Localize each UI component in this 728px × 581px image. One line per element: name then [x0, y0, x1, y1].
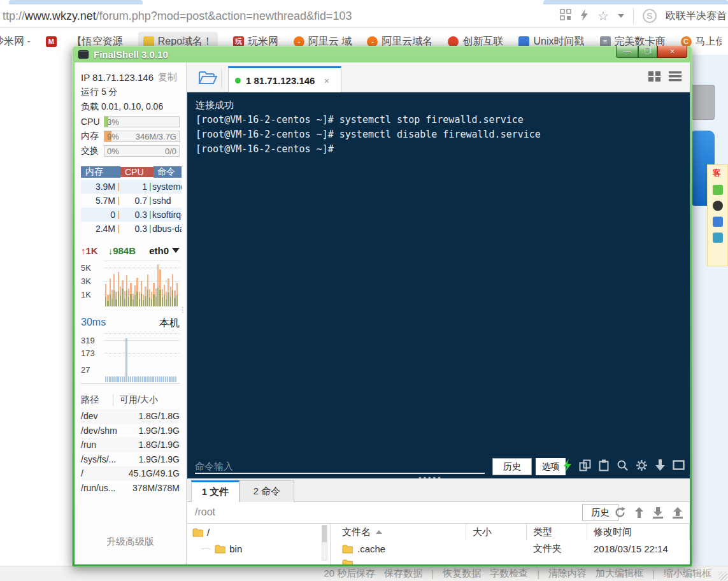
command-input[interactable]	[195, 459, 485, 474]
qr-code-icon[interactable]	[560, 9, 571, 23]
scrollbar-thumb[interactable]	[322, 526, 327, 542]
column-size[interactable]: 大小	[466, 524, 527, 540]
minimize-button[interactable]: —	[616, 46, 638, 58]
bookmark-star-icon[interactable]: ☆	[597, 8, 609, 24]
lightning-icon[interactable]	[563, 459, 572, 474]
tab-close-icon[interactable]: ×	[324, 75, 329, 86]
ping-section: 30ms 本机 319 173 27	[81, 317, 180, 384]
process-header-mem[interactable]: 内存	[81, 166, 120, 178]
sidebar-resize-handle[interactable]: ⋮	[179, 308, 186, 312]
chart-bar	[126, 263, 127, 306]
window-body: IP 81.71.123.146复制 运行 5 分 负载 0.01, 0.10,…	[75, 62, 690, 564]
maximize-button[interactable]: ❐	[638, 46, 657, 58]
file-row[interactable]: .cache 文件夹 2018/03/15 22:14	[336, 540, 690, 557]
chart-bar	[164, 263, 165, 306]
save-data-link[interactable]: 保存数据	[384, 568, 422, 580]
current-path[interactable]: /root	[195, 506, 215, 518]
process-row[interactable]: 5.7M0.7sshd	[81, 194, 182, 208]
tree-item-bin[interactable]: ┈┈ bin	[201, 543, 242, 554]
android-icon[interactable]	[713, 185, 723, 195]
chart-bar	[113, 263, 115, 306]
download-arrow-icon[interactable]	[655, 459, 666, 474]
chart-bar	[132, 334, 133, 382]
browser-tab-strip-left[interactable]	[9, 0, 143, 4]
bookmark-item[interactable]: 沙米网 -	[0, 35, 31, 48]
chevron-down-icon[interactable]	[618, 14, 624, 21]
process-header-cmd[interactable]: 命令	[153, 166, 182, 178]
session-tab[interactable]: 1 81.71.123.146 ×	[228, 66, 341, 92]
resize-grip[interactable]	[718, 571, 727, 580]
browser-address-bar[interactable]: ttp://www.wkzy.net/forum.php?mod=post&ac…	[0, 4, 728, 27]
terminal-output[interactable]: 连接成功 [root@VM-16-2-centos ~]# systemctl …	[187, 92, 690, 455]
shrink-editor-link[interactable]: 缩小编辑框	[664, 568, 711, 580]
folder-icon	[192, 528, 203, 537]
copy-icon[interactable]	[579, 459, 591, 474]
url-host: www.wkzy.net	[25, 10, 96, 22]
url-text[interactable]: ttp://www.wkzy.net/forum.php?mod=post&ac…	[0, 10, 352, 23]
tab-files[interactable]: 1 文件	[191, 480, 239, 503]
clear-content-link[interactable]: 清除内容	[548, 568, 587, 580]
gear-icon[interactable]	[636, 459, 648, 474]
upload-icon[interactable]	[672, 506, 683, 521]
browser-tab-strip-right[interactable]	[543, 0, 728, 4]
chart-bar	[105, 334, 106, 382]
window-mode-icon[interactable]	[673, 460, 685, 473]
download-icon[interactable]	[652, 506, 664, 521]
search-icon[interactable]	[617, 459, 629, 474]
parent-folder-icon[interactable]	[634, 507, 644, 521]
process-cmd: ksoftirqd/	[152, 210, 182, 220]
mem-gauge-row: 内存 9% 346M/3.7G	[75, 127, 186, 142]
tree-scrollbar[interactable]	[322, 525, 327, 561]
terminal-line: [root@VM-16-2-centos ~]# systemctl disab…	[196, 127, 690, 142]
process-row[interactable]: 3.9M1systemd	[81, 180, 182, 194]
chart-bar	[153, 263, 154, 306]
bookmark-favicon: ≡	[600, 36, 611, 47]
bookmark-item[interactable]: M	[46, 36, 57, 47]
file-toolbar-icons	[614, 506, 683, 521]
word-count-link[interactable]: 字数检查	[490, 568, 528, 580]
restore-data-link[interactable]: 恢复数据	[443, 568, 481, 580]
disk-icon[interactable]	[713, 233, 723, 243]
history-button[interactable]: 历史	[492, 458, 532, 475]
process-header-cpu[interactable]: CPU	[120, 167, 153, 177]
column-modified[interactable]: 修改时间	[587, 524, 690, 540]
column-type[interactable]: 类型	[527, 524, 587, 540]
lightning-icon[interactable]	[580, 9, 589, 24]
process-row[interactable]: 00.3ksoftirqd/	[81, 208, 182, 222]
s-logo-icon[interactable]: S	[643, 9, 657, 23]
monitor-icon[interactable]	[713, 217, 723, 227]
cpu-tick	[150, 225, 151, 233]
refresh-icon[interactable]	[614, 506, 626, 521]
chart-bar	[141, 263, 142, 306]
list-view-icon[interactable]	[668, 71, 682, 84]
enlarge-editor-link[interactable]: 加大编辑框	[596, 568, 643, 580]
disk-header-path[interactable]: 路径	[81, 394, 99, 406]
interface-selector[interactable]: eth0	[149, 244, 180, 257]
window-titlebar[interactable]: FinalShell 3.0.10 — ❐ ×	[72, 46, 692, 62]
file-table: 文件名 大小 类型 修改时间 .cache 文件夹 2018/03/15 22:…	[336, 524, 690, 564]
options-button[interactable]: 选项	[536, 458, 566, 475]
disk-header-size[interactable]: 可用/大小	[113, 394, 158, 406]
column-filename[interactable]: 文件名	[336, 524, 466, 540]
path-history-button[interactable]: 历史	[582, 504, 618, 521]
tree-item-root[interactable]: /	[192, 527, 210, 538]
disk-row: /dev/shm1.9G/1.9G	[81, 424, 180, 438]
process-row[interactable]: 2.4M0.3dbus-dae	[81, 222, 182, 236]
url-prefix: ttp://	[3, 10, 25, 22]
process-mem: 2.4M	[81, 224, 115, 234]
chart-bar	[111, 263, 113, 306]
browser-toolbar-text[interactable]: 欧联半决赛首	[666, 10, 727, 23]
tree-connector: ┈┈	[201, 545, 211, 553]
paste-icon[interactable]	[598, 459, 610, 474]
copy-ip-link[interactable]: 复制	[158, 71, 180, 83]
cpu-label: CPU	[81, 117, 104, 127]
disk-path: /run/us...	[81, 483, 115, 493]
disk-table: 路径 可用/大小 /dev1.8G/1.8G /dev/shm1.9G/1.9G…	[81, 392, 180, 495]
upgrade-link[interactable]: 升级高级版	[75, 536, 186, 548]
open-connection-button[interactable]	[194, 68, 222, 88]
tab-commands[interactable]: 2 命令	[239, 480, 294, 503]
close-button[interactable]: ×	[657, 46, 687, 58]
grid-view-icon[interactable]	[648, 71, 660, 84]
qq-penguin-icon[interactable]	[713, 201, 723, 211]
finalshell-app-icon	[78, 50, 89, 59]
